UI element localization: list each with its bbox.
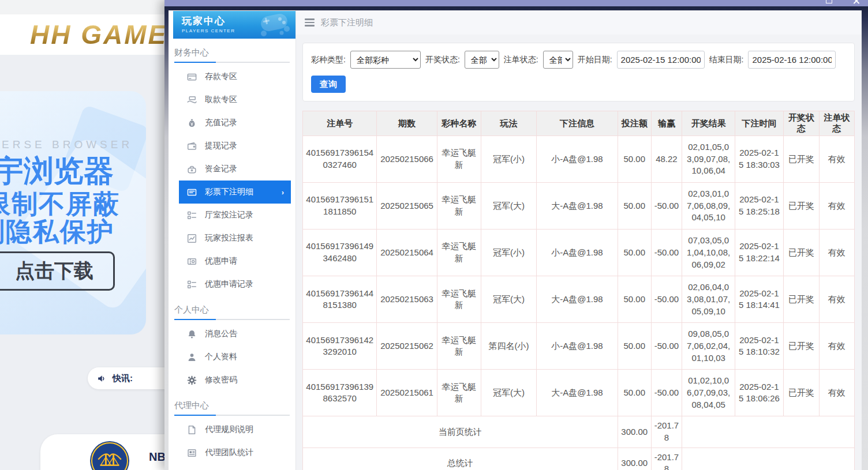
cell-bet-time: 2025-02-15 18:06:26 bbox=[735, 370, 783, 416]
cell-period: 20250215061 bbox=[377, 370, 437, 416]
summary-win-loss: -201.78 bbox=[651, 416, 682, 448]
section-underline bbox=[174, 319, 290, 320]
sidebar-item-label: 代理团队统计 bbox=[205, 448, 253, 458]
cell-lottery-name: 幸运飞艇新 bbox=[437, 276, 481, 323]
warriors-logo-icon bbox=[91, 442, 128, 470]
cell-draw-status: 已开奖 bbox=[783, 136, 819, 183]
maximize-icon[interactable] bbox=[826, 0, 832, 3]
sidebar-item-withdraw-zone[interactable]: 取款专区 bbox=[179, 88, 291, 111]
cell-draw-result: 02,03,01,07,06,08,09,04,05,10 bbox=[682, 183, 735, 230]
end-date-input[interactable] bbox=[748, 51, 836, 69]
lottery-type-select[interactable]: 全部彩种 bbox=[350, 51, 421, 69]
menu-hamburger-icon[interactable] bbox=[305, 18, 315, 27]
draw-status-label: 开奖状态: bbox=[425, 55, 460, 65]
cell-bet-info: 大-A盘@1.98 bbox=[537, 370, 618, 416]
wallet-icon bbox=[187, 141, 197, 151]
news-icon bbox=[187, 448, 197, 458]
sidebar-item-label: 彩票下注明细 bbox=[205, 187, 253, 197]
sidebar-item-label: 资金记录 bbox=[205, 164, 237, 174]
ticker-label: 快讯: bbox=[113, 373, 133, 384]
table-row: 40156917396142329201020250215062幸运飞艇新第四名… bbox=[303, 323, 855, 370]
cell-order-id: 401569173961448151380 bbox=[303, 276, 377, 323]
cell-bet-info: 小-A盘@1.98 bbox=[537, 230, 618, 276]
sidebar-item-promo-apply[interactable]: 优惠申请 bbox=[179, 250, 291, 273]
sidebar-item-label: 存款专区 bbox=[205, 72, 237, 82]
cell-lottery-name: 幸运飞艇新 bbox=[437, 230, 481, 276]
col-header-lottery-name: 彩种名称 bbox=[437, 111, 481, 136]
sidebar-item-player-bet-report[interactable]: 玩家投注报表 bbox=[179, 227, 291, 250]
sidebar-section-header: 代理中心 bbox=[174, 400, 290, 415]
cell-period: 20250215062 bbox=[377, 323, 437, 370]
chevron-right-icon: › bbox=[282, 188, 284, 197]
sidebar-item-label: 代理规则说明 bbox=[205, 424, 253, 435]
close-icon[interactable] bbox=[853, 0, 860, 4]
cell-win-loss: -50.00 bbox=[651, 323, 682, 370]
cell-order-status: 有效 bbox=[819, 323, 854, 370]
sidebar-item-label: 取款专区 bbox=[205, 95, 237, 105]
gear-icon bbox=[187, 375, 197, 385]
cell-period: 20250215064 bbox=[377, 230, 437, 276]
cell-order-id: 401569173961493462480 bbox=[303, 230, 377, 276]
col-header-draw-status: 开奖状态 bbox=[783, 111, 819, 136]
sidebar-section-header: 个人中心 bbox=[174, 304, 290, 319]
draw-status-select[interactable]: 全部 bbox=[465, 51, 499, 69]
sidebar-item-change-password[interactable]: 修改密码 bbox=[179, 369, 291, 392]
cell-bet-amount: 50.00 bbox=[618, 323, 651, 370]
filter-panel: 彩种类型: 全部彩种 开奖状态: 全部 注单状态: 全部 开始日期: 结束日期:… bbox=[302, 43, 855, 101]
summary-spacer bbox=[682, 448, 855, 470]
section-underline bbox=[174, 62, 290, 63]
bank-card-icon bbox=[187, 72, 197, 82]
col-header-play-type: 玩法 bbox=[481, 111, 536, 136]
bell-icon bbox=[187, 329, 197, 339]
cell-period: 20250215066 bbox=[377, 136, 437, 183]
cell-draw-result: 09,08,05,07,06,02,04,01,10,03 bbox=[682, 323, 735, 370]
summary-row: 当前页统计300.00-201.78 bbox=[303, 416, 855, 448]
sidebar-item-agent-team-stats[interactable]: 代理团队统计 bbox=[179, 441, 291, 464]
sidebar-item-messages[interactable]: 消息公告 bbox=[179, 322, 291, 345]
sidebar-item-promo-apply-records[interactable]: 优惠申请记录 bbox=[179, 273, 291, 296]
sidebar-header: 玩家中心 PLAYERS CENTER bbox=[173, 11, 295, 39]
sidebar-item-hall-bet-records[interactable]: 厅室投注记录 bbox=[179, 204, 291, 227]
summary-row: 总统计300.00-201.78 bbox=[303, 448, 855, 470]
bets-table-wrap: 注单号期数彩种名称玩法下注信息投注额输赢开奖结果下注时间开奖状态注单状态 401… bbox=[302, 111, 855, 470]
cell-win-loss: -50.00 bbox=[651, 276, 682, 323]
report-icon bbox=[187, 234, 197, 243]
cell-play-type: 冠军(小) bbox=[481, 230, 536, 276]
sidebar-item-label: 提现记录 bbox=[205, 141, 237, 151]
sidebar-item-agent-rules[interactable]: 代理规则说明 bbox=[179, 418, 291, 441]
sidebar-item-funds-records[interactable]: 资金记录 bbox=[179, 157, 291, 181]
col-header-period: 期数 bbox=[377, 111, 437, 136]
cell-order-id: 401569173961511811850 bbox=[303, 183, 377, 230]
cell-bet-amount: 50.00 bbox=[618, 183, 651, 230]
cell-bet-time: 2025-02-15 18:10:32 bbox=[735, 323, 783, 370]
order-status-label: 注单状态: bbox=[504, 55, 538, 65]
col-header-win-loss: 输赢 bbox=[651, 111, 682, 136]
site-logo: HH GAME bbox=[30, 19, 167, 50]
cell-bet-time: 2025-02-15 18:22:14 bbox=[735, 230, 783, 276]
cell-draw-result: 07,03,05,01,04,10,08,06,09,02 bbox=[682, 230, 735, 276]
cell-bet-amount: 50.00 bbox=[618, 230, 651, 276]
summary-bet-amount: 300.00 bbox=[618, 416, 651, 448]
sidebar: 玩家中心 PLAYERS CENTER bbox=[169, 10, 296, 470]
speaker-icon bbox=[97, 374, 107, 383]
search-button[interactable]: 查询 bbox=[311, 76, 346, 93]
download-button[interactable]: 点击下载 bbox=[0, 251, 115, 291]
sidebar-item-withdraw-records[interactable]: 提现记录 bbox=[179, 134, 291, 157]
main-area: 彩票下注明细 彩种类型: 全部彩种 开奖状态: 全部 注单状态: 全部 开始日期… bbox=[296, 10, 862, 470]
sidebar-item-recharge-records[interactable]: 充值记录 bbox=[179, 111, 291, 134]
moneybag-icon bbox=[187, 118, 197, 128]
cell-draw-status: 已开奖 bbox=[783, 276, 819, 323]
start-date-input[interactable] bbox=[617, 51, 705, 69]
bets-table: 注单号期数彩种名称玩法下注信息投注额输赢开奖结果下注时间开奖状态注单状态 401… bbox=[302, 111, 855, 470]
start-date-label: 开始日期: bbox=[578, 55, 612, 65]
cell-draw-status: 已开奖 bbox=[783, 183, 819, 230]
order-status-select[interactable]: 全部 bbox=[543, 51, 573, 69]
hand-card-icon bbox=[187, 95, 197, 105]
summary-label: 当前页统计 bbox=[303, 416, 618, 448]
sidebar-item-deposit-zone[interactable]: 存款专区 bbox=[179, 65, 291, 88]
sidebar-item-lottery-bet-details[interactable]: 彩票下注明细› bbox=[179, 181, 291, 204]
gamepad-icon bbox=[256, 13, 293, 40]
summary-win-loss: -201.78 bbox=[651, 448, 682, 470]
list-icon bbox=[187, 210, 197, 220]
sidebar-item-profile[interactable]: 个人资料 bbox=[179, 345, 291, 369]
